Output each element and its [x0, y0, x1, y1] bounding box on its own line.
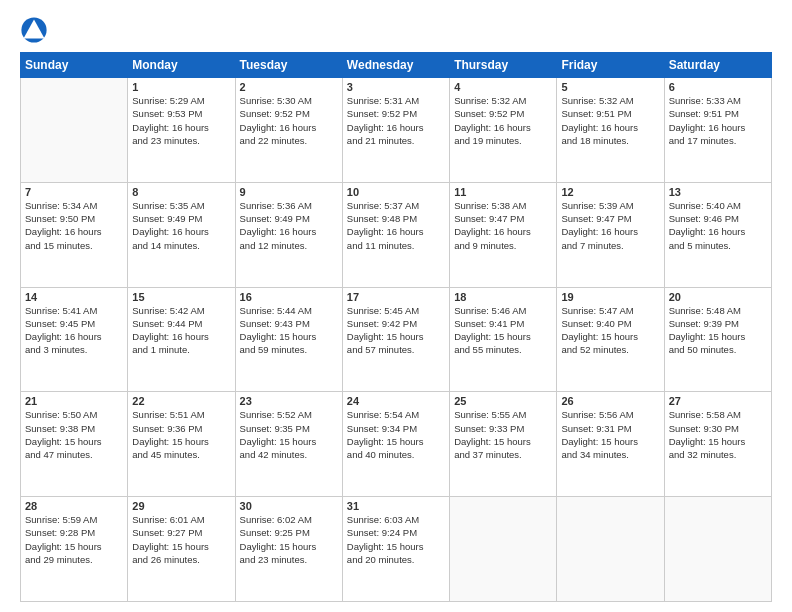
calendar-cell: 6Sunrise: 5:33 AM Sunset: 9:51 PM Daylig…: [664, 78, 771, 183]
day-number: 22: [132, 395, 230, 407]
calendar-cell: 28Sunrise: 5:59 AM Sunset: 9:28 PM Dayli…: [21, 497, 128, 602]
cell-info: Sunrise: 5:54 AM Sunset: 9:34 PM Dayligh…: [347, 408, 445, 461]
logo: [20, 16, 52, 44]
calendar-cell: 1Sunrise: 5:29 AM Sunset: 9:53 PM Daylig…: [128, 78, 235, 183]
calendar-week-3: 21Sunrise: 5:50 AM Sunset: 9:38 PM Dayli…: [21, 392, 772, 497]
calendar-header-wednesday: Wednesday: [342, 53, 449, 78]
calendar-header-friday: Friday: [557, 53, 664, 78]
cell-info: Sunrise: 5:32 AM Sunset: 9:52 PM Dayligh…: [454, 94, 552, 147]
calendar-cell: 27Sunrise: 5:58 AM Sunset: 9:30 PM Dayli…: [664, 392, 771, 497]
day-number: 16: [240, 291, 338, 303]
day-number: 15: [132, 291, 230, 303]
calendar-cell: 8Sunrise: 5:35 AM Sunset: 9:49 PM Daylig…: [128, 182, 235, 287]
day-number: 13: [669, 186, 767, 198]
day-number: 12: [561, 186, 659, 198]
cell-info: Sunrise: 5:35 AM Sunset: 9:49 PM Dayligh…: [132, 199, 230, 252]
day-number: 29: [132, 500, 230, 512]
calendar-cell: [664, 497, 771, 602]
day-number: 8: [132, 186, 230, 198]
calendar-cell: 3Sunrise: 5:31 AM Sunset: 9:52 PM Daylig…: [342, 78, 449, 183]
day-number: 18: [454, 291, 552, 303]
calendar-cell: 4Sunrise: 5:32 AM Sunset: 9:52 PM Daylig…: [450, 78, 557, 183]
cell-info: Sunrise: 5:55 AM Sunset: 9:33 PM Dayligh…: [454, 408, 552, 461]
cell-info: Sunrise: 5:40 AM Sunset: 9:46 PM Dayligh…: [669, 199, 767, 252]
logo-icon: [20, 16, 48, 44]
day-number: 2: [240, 81, 338, 93]
calendar-cell: [450, 497, 557, 602]
day-number: 1: [132, 81, 230, 93]
calendar-cell: 13Sunrise: 5:40 AM Sunset: 9:46 PM Dayli…: [664, 182, 771, 287]
cell-info: Sunrise: 5:46 AM Sunset: 9:41 PM Dayligh…: [454, 304, 552, 357]
cell-info: Sunrise: 5:38 AM Sunset: 9:47 PM Dayligh…: [454, 199, 552, 252]
calendar-cell: 18Sunrise: 5:46 AM Sunset: 9:41 PM Dayli…: [450, 287, 557, 392]
day-number: 31: [347, 500, 445, 512]
calendar-cell: 21Sunrise: 5:50 AM Sunset: 9:38 PM Dayli…: [21, 392, 128, 497]
calendar-cell: 15Sunrise: 5:42 AM Sunset: 9:44 PM Dayli…: [128, 287, 235, 392]
day-number: 19: [561, 291, 659, 303]
calendar-header-saturday: Saturday: [664, 53, 771, 78]
page: SundayMondayTuesdayWednesdayThursdayFrid…: [0, 0, 792, 612]
day-number: 20: [669, 291, 767, 303]
cell-info: Sunrise: 5:47 AM Sunset: 9:40 PM Dayligh…: [561, 304, 659, 357]
calendar-cell: 16Sunrise: 5:44 AM Sunset: 9:43 PM Dayli…: [235, 287, 342, 392]
day-number: 26: [561, 395, 659, 407]
day-number: 3: [347, 81, 445, 93]
cell-info: Sunrise: 6:03 AM Sunset: 9:24 PM Dayligh…: [347, 513, 445, 566]
calendar-cell: 30Sunrise: 6:02 AM Sunset: 9:25 PM Dayli…: [235, 497, 342, 602]
cell-info: Sunrise: 5:36 AM Sunset: 9:49 PM Dayligh…: [240, 199, 338, 252]
day-number: 7: [25, 186, 123, 198]
calendar-header-sunday: Sunday: [21, 53, 128, 78]
calendar-cell: 10Sunrise: 5:37 AM Sunset: 9:48 PM Dayli…: [342, 182, 449, 287]
calendar-cell: 17Sunrise: 5:45 AM Sunset: 9:42 PM Dayli…: [342, 287, 449, 392]
day-number: 17: [347, 291, 445, 303]
calendar-cell: 22Sunrise: 5:51 AM Sunset: 9:36 PM Dayli…: [128, 392, 235, 497]
cell-info: Sunrise: 5:45 AM Sunset: 9:42 PM Dayligh…: [347, 304, 445, 357]
calendar-header-monday: Monday: [128, 53, 235, 78]
calendar-cell: 23Sunrise: 5:52 AM Sunset: 9:35 PM Dayli…: [235, 392, 342, 497]
cell-info: Sunrise: 5:58 AM Sunset: 9:30 PM Dayligh…: [669, 408, 767, 461]
day-number: 27: [669, 395, 767, 407]
calendar-cell: 2Sunrise: 5:30 AM Sunset: 9:52 PM Daylig…: [235, 78, 342, 183]
day-number: 24: [347, 395, 445, 407]
calendar-cell: 11Sunrise: 5:38 AM Sunset: 9:47 PM Dayli…: [450, 182, 557, 287]
calendar-week-2: 14Sunrise: 5:41 AM Sunset: 9:45 PM Dayli…: [21, 287, 772, 392]
calendar-cell: 12Sunrise: 5:39 AM Sunset: 9:47 PM Dayli…: [557, 182, 664, 287]
cell-info: Sunrise: 5:50 AM Sunset: 9:38 PM Dayligh…: [25, 408, 123, 461]
day-number: 25: [454, 395, 552, 407]
calendar-cell: 26Sunrise: 5:56 AM Sunset: 9:31 PM Dayli…: [557, 392, 664, 497]
cell-info: Sunrise: 5:44 AM Sunset: 9:43 PM Dayligh…: [240, 304, 338, 357]
calendar-cell: 25Sunrise: 5:55 AM Sunset: 9:33 PM Dayli…: [450, 392, 557, 497]
calendar-cell: [21, 78, 128, 183]
day-number: 28: [25, 500, 123, 512]
day-number: 23: [240, 395, 338, 407]
cell-info: Sunrise: 5:48 AM Sunset: 9:39 PM Dayligh…: [669, 304, 767, 357]
day-number: 21: [25, 395, 123, 407]
calendar-cell: 19Sunrise: 5:47 AM Sunset: 9:40 PM Dayli…: [557, 287, 664, 392]
calendar-cell: 14Sunrise: 5:41 AM Sunset: 9:45 PM Dayli…: [21, 287, 128, 392]
cell-info: Sunrise: 5:30 AM Sunset: 9:52 PM Dayligh…: [240, 94, 338, 147]
cell-info: Sunrise: 5:42 AM Sunset: 9:44 PM Dayligh…: [132, 304, 230, 357]
calendar-week-1: 7Sunrise: 5:34 AM Sunset: 9:50 PM Daylig…: [21, 182, 772, 287]
cell-info: Sunrise: 5:56 AM Sunset: 9:31 PM Dayligh…: [561, 408, 659, 461]
cell-info: Sunrise: 5:34 AM Sunset: 9:50 PM Dayligh…: [25, 199, 123, 252]
calendar-cell: 31Sunrise: 6:03 AM Sunset: 9:24 PM Dayli…: [342, 497, 449, 602]
calendar-cell: [557, 497, 664, 602]
calendar-cell: 7Sunrise: 5:34 AM Sunset: 9:50 PM Daylig…: [21, 182, 128, 287]
header: [20, 16, 772, 44]
calendar-header-thursday: Thursday: [450, 53, 557, 78]
day-number: 6: [669, 81, 767, 93]
cell-info: Sunrise: 5:29 AM Sunset: 9:53 PM Dayligh…: [132, 94, 230, 147]
calendar-week-4: 28Sunrise: 5:59 AM Sunset: 9:28 PM Dayli…: [21, 497, 772, 602]
calendar-header-row: SundayMondayTuesdayWednesdayThursdayFrid…: [21, 53, 772, 78]
calendar-cell: 24Sunrise: 5:54 AM Sunset: 9:34 PM Dayli…: [342, 392, 449, 497]
cell-info: Sunrise: 5:37 AM Sunset: 9:48 PM Dayligh…: [347, 199, 445, 252]
cell-info: Sunrise: 6:02 AM Sunset: 9:25 PM Dayligh…: [240, 513, 338, 566]
cell-info: Sunrise: 5:32 AM Sunset: 9:51 PM Dayligh…: [561, 94, 659, 147]
day-number: 10: [347, 186, 445, 198]
cell-info: Sunrise: 5:41 AM Sunset: 9:45 PM Dayligh…: [25, 304, 123, 357]
day-number: 14: [25, 291, 123, 303]
calendar-table: SundayMondayTuesdayWednesdayThursdayFrid…: [20, 52, 772, 602]
cell-info: Sunrise: 5:31 AM Sunset: 9:52 PM Dayligh…: [347, 94, 445, 147]
day-number: 4: [454, 81, 552, 93]
cell-info: Sunrise: 5:52 AM Sunset: 9:35 PM Dayligh…: [240, 408, 338, 461]
